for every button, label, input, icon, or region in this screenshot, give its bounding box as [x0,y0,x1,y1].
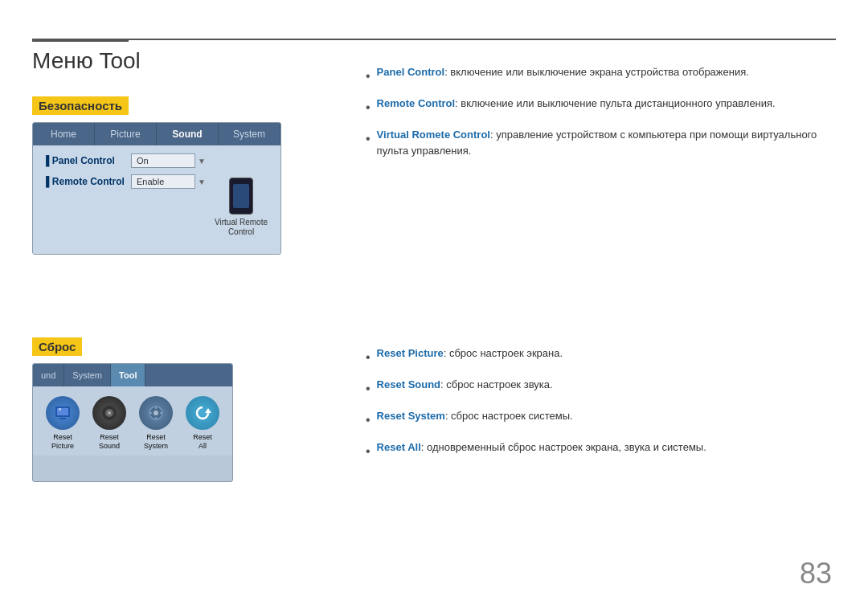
reset-system-icon[interactable] [139,396,173,430]
reset-all-icon[interactable] [186,396,219,430]
panel-control-link[interactable]: Panel Control [377,66,445,78]
reset-picture-block: ResetPicture [46,396,80,451]
bullet-reset-all: • Reset All: одновременный сброс настрое… [366,439,836,461]
bullet-reset-sound: • Reset Sound: сброс настроек звука. [366,377,836,398]
bullet-dot-r1: • [366,348,371,367]
bullet-reset-sound-text: Reset Sound: сброс настроек звука. [377,377,553,393]
virtual-control-link[interactable]: Virtual Romete Control [377,129,490,141]
tab-picture[interactable]: Picture [95,123,157,145]
reset-icons-row: ResetPicture ResetSound ResetSystem Rese… [33,386,232,456]
phone-screen [233,184,249,208]
panel-control-value[interactable]: On [131,153,195,168]
screen-tabs-bezopasnost: Home Picture Sound System [33,123,280,145]
reset-sound-link[interactable]: Reset Sound [377,378,440,390]
remote-control-arrow: ▼ [198,178,206,186]
page-number: 83 [800,557,832,591]
bullet-dot-r3: • [366,411,371,430]
virtual-remote: Virtual RemoteControl [215,178,268,237]
bullet-dot-2: • [366,98,371,117]
bullet-virtual-control-text: Virtual Romete Control: управление устро… [377,127,836,158]
bullet-dot-r2: • [366,379,371,398]
svg-rect-2 [59,408,61,411]
tab-system-sbros[interactable]: System [64,364,111,386]
bullet-dot-1: • [366,67,371,86]
virtual-remote-label: Virtual RemoteControl [215,218,268,237]
right-column-sbros: • Reset Picture: сброс настроек экрана. … [366,345,836,471]
section-sbros-label: Сброс [32,337,82,356]
tab-tool[interactable]: Tool [111,364,145,386]
bullet-reset-system-text: Reset System: сброс настроек системы. [377,408,573,424]
reset-picture-link[interactable]: Reset Picture [377,347,444,359]
section-bezopasnost-label: Безопасность [32,96,129,115]
panel-control-row: ▐ Panel Control On ▼ [43,153,271,168]
svg-point-8 [154,411,158,415]
remote-control-label: ▐ Remote Control [43,176,131,187]
svg-point-6 [108,411,111,415]
tab-und[interactable]: und [33,364,64,386]
bullet-reset-picture-text: Reset Picture: сброс настроек экрана. [377,345,563,362]
page-title: Меню Tool [32,48,141,74]
panel-control-arrow: ▼ [198,157,206,166]
reset-system-label: ResetSystem [144,433,168,451]
phone-icon [229,178,253,215]
bullet-dot-r4: • [366,442,371,461]
reset-all-label: ResetAll [193,433,212,451]
bullet-dot-3: • [366,129,371,149]
tab-sound[interactable]: Sound [157,123,219,145]
bullet-reset-all-text: Reset All: одновременный сброс настроек … [377,439,706,456]
sbros-bullet-list: • Reset Picture: сброс настроек экрана. … [366,345,836,461]
reset-picture-icon[interactable] [46,396,80,430]
svg-marker-9 [205,408,211,413]
tab-system[interactable]: System [219,123,280,145]
sbros-screen: und System Tool ResetPicture ResetSound … [32,363,233,482]
bullet-remote-control: • Remote Control: включение или выключен… [366,96,836,117]
right-column-bezopasnost: • Panel Control: включение или выключени… [366,64,836,168]
panel-control-label: ▐ Panel Control [43,155,131,166]
screen-body-bezopasnost: ▐ Panel Control On ▼ ▐ Remote Control En… [33,145,280,255]
reset-all-block: ResetAll [186,396,219,451]
reset-picture-label: ResetPicture [51,433,74,451]
remote-control-value[interactable]: Enable [131,174,195,189]
bullet-remote-control-text: Remote Control: включение или выключение… [377,96,776,112]
reset-sound-label: ResetSound [99,433,120,451]
bezopasnost-bullet-list: • Panel Control: включение или выключени… [366,64,836,158]
bullet-virtual-control: • Virtual Romete Control: управление уст… [366,127,836,158]
bullet-panel-control: • Panel Control: включение или выключени… [366,64,836,86]
reset-all-link[interactable]: Reset All [377,441,421,453]
reset-sound-block: ResetSound [92,396,126,451]
reset-sound-icon[interactable] [92,396,126,430]
tab-home[interactable]: Home [33,123,95,145]
bullet-reset-system: • Reset System: сброс настроек системы. [366,408,836,430]
remote-control-link[interactable]: Remote Control [377,97,456,109]
reset-system-link[interactable]: Reset System [377,410,445,422]
screen-tabs-sbros: und System Tool [33,364,232,386]
svg-rect-3 [59,418,66,419]
bezopasnost-screen: Home Picture Sound System ▐ Panel Contro… [32,122,281,255]
reset-system-block: ResetSystem [139,396,173,451]
bullet-reset-picture: • Reset Picture: сброс настроек экрана. [366,345,836,367]
top-border [32,39,836,40]
bullet-panel-control-text: Panel Control: включение или выключение … [377,64,749,80]
